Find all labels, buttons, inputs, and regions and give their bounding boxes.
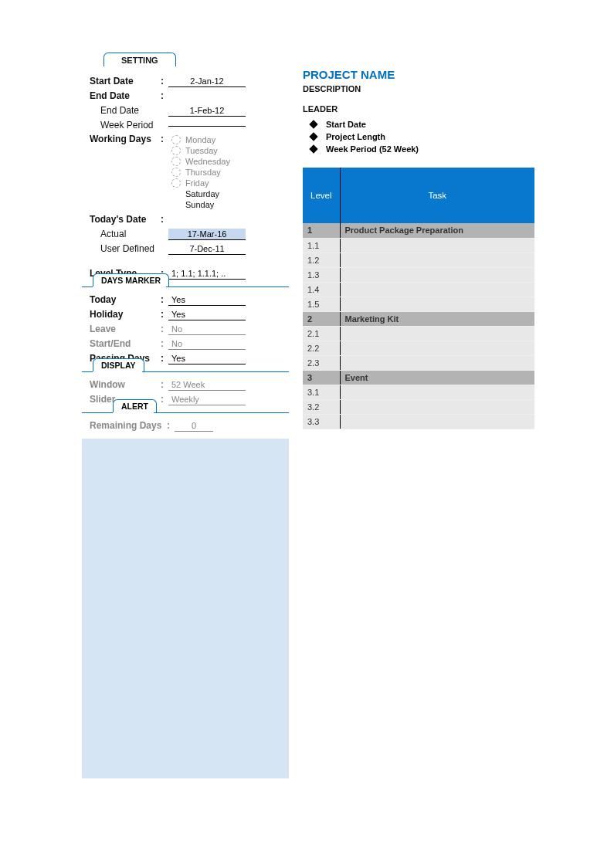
col-level: Level	[303, 168, 340, 223]
end-date-row: End Date :	[90, 90, 283, 102]
day-label: Thursday	[185, 168, 221, 177]
slider-select: Weekly	[168, 394, 246, 405]
working-days-list: MondayTuesdayWednesdayThursdayFridaySatu…	[171, 134, 230, 211]
table-row[interactable]: 3.2	[303, 399, 534, 414]
table-row[interactable]: 1.5	[303, 297, 534, 311]
today-label: Today	[90, 294, 161, 305]
table-row[interactable]: 1.2	[303, 253, 534, 267]
summary-item-label: Start Date	[326, 120, 366, 129]
end-date-input[interactable]: 1-Feb-12	[168, 105, 246, 117]
task-cell	[340, 355, 534, 370]
task-cell	[340, 282, 534, 297]
table-row[interactable]: 1.3	[303, 267, 534, 282]
week-period-label: Week Period	[90, 120, 161, 131]
task-cell: Event	[340, 370, 534, 385]
working-day-wednesday[interactable]: Wednesday	[171, 157, 230, 166]
holiday-select[interactable]: Yes	[168, 309, 246, 320]
level-cell: 1.3	[303, 267, 340, 282]
task-cell	[340, 326, 534, 341]
tab-display[interactable]: DISPLAY	[93, 358, 144, 371]
level-cell: 1	[303, 223, 340, 238]
level-cell: 3.3	[303, 414, 340, 429]
day-label: Tuesday	[185, 146, 218, 155]
tab-days-marker[interactable]: DAYS MARKER	[93, 273, 169, 287]
working-day-monday[interactable]: Monday	[171, 135, 230, 144]
end-date-label: End Date	[90, 90, 161, 101]
week-period-input[interactable]	[168, 124, 246, 127]
settings-panel: SETTING Start Date : 2-Jan-12 End Date :…	[82, 68, 289, 778]
project-description: DESCRIPTION	[303, 84, 534, 93]
working-day-friday[interactable]: Friday	[171, 178, 230, 188]
user-defined-label: User Defined	[90, 243, 161, 254]
holiday-label: Holiday	[90, 309, 161, 320]
level-cell: 2.2	[303, 341, 340, 355]
task-cell: Marketing Kit	[340, 311, 534, 326]
working-day-tuesday[interactable]: Tuesday	[171, 146, 230, 155]
level-type-select[interactable]: 1; 1.1; 1.1.1; ..	[168, 268, 246, 280]
startend-select: No	[168, 338, 246, 350]
project-panel: PROJECT NAME DESCRIPTION LEADER Start Da…	[303, 68, 534, 778]
gear-icon	[171, 178, 181, 188]
user-defined-input[interactable]: 7-Dec-11	[168, 243, 246, 255]
window-label: Window	[90, 379, 161, 390]
project-summary-list: Start DateProject LengthWeek Period (52 …	[310, 120, 534, 154]
project-leader: LEADER	[303, 104, 534, 114]
leave-select: No	[168, 324, 246, 335]
start-date-row: Start Date : 2-Jan-12	[90, 75, 283, 87]
table-row[interactable]: 2.1	[303, 326, 534, 341]
remaining-value: 0	[175, 420, 213, 432]
tab-setting[interactable]: SETTING	[103, 53, 176, 66]
day-label: Sunday	[185, 200, 214, 209]
gear-icon	[171, 135, 181, 144]
table-row[interactable]: 1.1	[303, 238, 534, 253]
start-date-input[interactable]: 2-Jan-12	[168, 76, 246, 87]
level-cell: 1.2	[303, 253, 340, 267]
level-cell: 3.2	[303, 399, 340, 414]
todays-date-label: Today's Date	[90, 214, 161, 225]
table-row[interactable]: 3Event	[303, 370, 534, 385]
table-row[interactable]: 2.2	[303, 341, 534, 355]
alert-section: Remaining Days:0	[82, 412, 289, 439]
actual-date-value: 17-Mar-16	[168, 229, 246, 240]
task-cell	[340, 253, 534, 267]
task-cell	[340, 341, 534, 355]
tab-alert[interactable]: ALERT	[113, 399, 157, 412]
today-select[interactable]: Yes	[168, 294, 246, 306]
table-row[interactable]: 3.3	[303, 414, 534, 429]
gear-icon	[171, 157, 181, 166]
working-day-thursday[interactable]: Thursday	[171, 168, 230, 177]
level-cell: 1.4	[303, 282, 340, 297]
summary-item-label: Week Period (52 Week)	[326, 144, 419, 154]
project-title: PROJECT NAME	[303, 68, 534, 81]
gear-icon	[171, 168, 181, 177]
end-date-sub-label: End Date	[90, 105, 161, 116]
remaining-label: Remaining Days	[90, 420, 167, 431]
task-cell: Product Package Preparation	[340, 223, 534, 238]
level-cell: 3	[303, 370, 340, 385]
summary-item: Start Date	[310, 120, 534, 129]
working-day-sunday[interactable]: Sunday	[171, 200, 230, 209]
col-task: Task	[340, 168, 534, 223]
summary-item: Project Length	[310, 132, 534, 141]
task-cell	[340, 399, 534, 414]
level-cell: 2.3	[303, 355, 340, 370]
table-row[interactable]: 1.4	[303, 282, 534, 297]
level-cell: 1.5	[303, 297, 340, 311]
table-row[interactable]: 3.1	[303, 385, 534, 399]
day-label: Saturday	[185, 189, 219, 198]
level-cell: 3.1	[303, 385, 340, 399]
summary-item-label: Project Length	[326, 132, 385, 141]
passing-select[interactable]: Yes	[168, 353, 246, 364]
table-row[interactable]: 2Marketing Kit	[303, 311, 534, 326]
gear-icon	[171, 146, 181, 155]
window-select: 52 Week	[168, 379, 246, 391]
table-row[interactable]: 1Product Package Preparation	[303, 223, 534, 238]
task-cell	[340, 297, 534, 311]
table-row[interactable]: 2.3	[303, 355, 534, 370]
day-label: Friday	[185, 178, 209, 188]
actual-label: Actual	[90, 229, 161, 239]
start-date-label: Start Date	[90, 76, 161, 86]
level-cell: 1.1	[303, 238, 340, 253]
task-cell	[340, 414, 534, 429]
working-day-saturday[interactable]: Saturday	[171, 189, 230, 198]
